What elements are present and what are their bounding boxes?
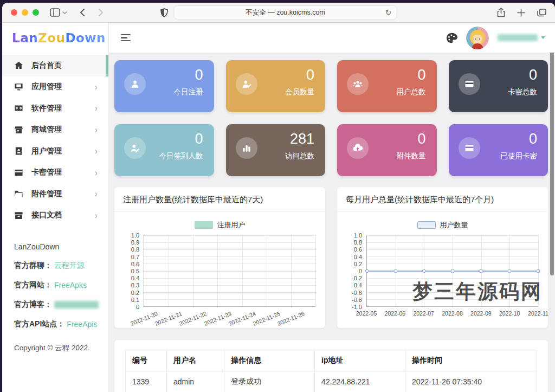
stat-label: 今日签到人数 xyxy=(159,151,203,161)
info-label: 官方群聊： xyxy=(14,261,52,271)
home-icon xyxy=(14,61,23,70)
col-header-ip: ip地址 xyxy=(315,350,405,371)
new-tab-icon[interactable] xyxy=(517,9,525,17)
fullscreen-window-button[interactable] xyxy=(33,9,39,16)
address-bar-text: 不安全 — zou.koicms.com xyxy=(246,8,325,17)
stat-value: 0 xyxy=(529,67,537,83)
chevron-right-icon: › xyxy=(95,168,96,177)
back-button-icon[interactable] xyxy=(79,8,85,17)
group-chat-link[interactable]: 云程开源 xyxy=(54,261,85,271)
minimize-window-button[interactable] xyxy=(22,9,28,16)
folder-icon xyxy=(14,189,23,198)
stat-label: 附件数量 xyxy=(397,151,426,161)
legend-swatch[interactable] xyxy=(417,221,436,229)
theme-palette-icon[interactable] xyxy=(446,32,457,44)
sidebar-info: LanZouDown 官方群聊：云程开源 官方网站：FreeApks 官方博客：… xyxy=(2,242,108,353)
cell-id: 1339 xyxy=(126,371,167,392)
chevron-right-icon: › xyxy=(95,210,96,220)
user-dropdown[interactable] xyxy=(498,34,545,41)
desktop-icon xyxy=(14,82,23,92)
sidebar: LanZouDown 后台首页 应用管理 › 软件管理 › xyxy=(2,23,109,392)
cell-ip: 42.224.88.221 xyxy=(315,371,405,392)
browser-window: 不安全 — zou.koicms.com ↻ LanZouDown xyxy=(2,3,555,392)
user-check-icon xyxy=(236,73,257,95)
sidebar-item-user-management[interactable]: 用户管理 › xyxy=(2,140,108,162)
stat-card-used-card-keys: 0 已使用卡密 xyxy=(449,124,548,176)
y-axis: 1.00.80.60.40.20-0.2-0.4-0.6-0.8-1.0 xyxy=(347,235,366,307)
info-label: 官方网站： xyxy=(14,280,52,290)
stat-value: 281 xyxy=(290,131,314,147)
chevron-right-icon: › xyxy=(95,146,96,156)
chevron-right-icon: › xyxy=(95,189,96,199)
stat-card-total-visits: 281 访问总数 xyxy=(226,124,326,176)
stat-card-member-count: 0 会员数量 xyxy=(226,60,326,112)
operation-log-table: 编号 用户名 操作信息 ip地址 操作时间 1339 admin xyxy=(125,350,537,392)
col-header-time: 操作时间 xyxy=(405,350,537,371)
share-icon[interactable] xyxy=(497,8,505,17)
cell-time: 2022-11-26 07:35:40 xyxy=(405,371,537,392)
info-label: 官方博客： xyxy=(14,300,52,310)
legend-label[interactable]: 注册用户 xyxy=(217,220,246,230)
credit-card-icon xyxy=(459,73,480,95)
col-header-operation: 操作信息 xyxy=(224,350,315,371)
cloud-upload-icon xyxy=(347,137,369,159)
sidebar-item-dashboard[interactable]: 后台首页 xyxy=(2,55,108,76)
blog-link-redacted[interactable] xyxy=(54,301,99,309)
stat-label: 访问总数 xyxy=(285,151,314,161)
legend-label[interactable]: 用户数量 xyxy=(440,220,468,230)
plot-area: 梦三年源码网 xyxy=(366,235,538,307)
stat-label: 会员数量 xyxy=(285,87,314,97)
sidebar-item-attachment-management[interactable]: 附件管理 › xyxy=(2,183,108,205)
id-card-icon xyxy=(14,146,23,156)
stat-value: 0 xyxy=(195,131,203,147)
stat-value: 0 xyxy=(306,67,314,83)
address-bar[interactable]: 不安全 — zou.koicms.com ↻ xyxy=(174,5,397,20)
username-redacted xyxy=(498,34,538,41)
users-icon xyxy=(347,73,369,95)
official-site-link[interactable]: FreeApks xyxy=(54,281,87,290)
monthly-users-chart-panel: 每月用户总量(统计数据库中最近的7个月) 用户数量 1.00.80.60.40.… xyxy=(337,187,548,328)
link-icon xyxy=(14,104,23,113)
stat-label: 今日注册 xyxy=(174,87,203,97)
avatar[interactable] xyxy=(466,27,489,49)
credit-card-icon xyxy=(459,137,480,159)
chevron-right-icon: › xyxy=(95,125,96,134)
stat-card-total-users: 0 用户总数 xyxy=(337,60,437,112)
sidebar-menu: 后台首页 应用管理 › 软件管理 › 商城管理 › xyxy=(2,55,108,226)
bar-chart-icon xyxy=(236,137,257,159)
app-logo[interactable]: LanZouDown xyxy=(2,23,108,53)
sidebar-toggle-icon[interactable] xyxy=(50,8,60,17)
chevron-down-icon[interactable] xyxy=(62,11,67,15)
page-scrollbar[interactable] xyxy=(550,25,554,275)
chevron-right-icon: › xyxy=(95,82,96,92)
stat-card-total-card-keys: 0 卡密总数 xyxy=(449,60,548,112)
close-window-button[interactable] xyxy=(11,9,17,16)
stat-value: 0 xyxy=(417,67,425,83)
sidebar-item-software-management[interactable]: 软件管理 › xyxy=(2,98,108,119)
col-header-username: 用户名 xyxy=(166,350,224,371)
sidebar-item-api-docs[interactable]: 接口文档 › xyxy=(2,205,108,227)
stat-card-today-checkins: 0 今日签到人数 xyxy=(114,124,214,176)
privacy-shield-icon[interactable] xyxy=(160,8,169,17)
stat-value: 0 xyxy=(417,131,425,147)
cell-username: admin xyxy=(166,371,224,392)
chart-title: 注册用户数量(统计数据库中最近的7天) xyxy=(114,187,325,212)
forward-button-icon[interactable] xyxy=(98,8,104,17)
copyright-text: Copyright © 云程 2022. xyxy=(14,343,108,353)
watermark-text: 梦三年源码网 xyxy=(412,278,543,305)
archive-icon xyxy=(14,211,23,220)
sidebar-item-mall-management[interactable]: 商城管理 › xyxy=(2,119,108,141)
legend-swatch[interactable] xyxy=(195,221,213,229)
tab-overview-icon[interactable] xyxy=(537,9,546,17)
x-axis: 2022-052022-062022-072022-082022-092022-… xyxy=(366,307,538,330)
user-icon xyxy=(124,73,146,95)
sidebar-item-card-key-management[interactable]: 卡密管理 › xyxy=(2,162,108,184)
app-header xyxy=(109,23,555,53)
line-chart: 用户数量 1.00.80.60.40.20-0.2-0.4-0.6-0.8-1.… xyxy=(337,221,548,330)
api-site-link[interactable]: FreeApis xyxy=(67,320,97,329)
menu-collapse-icon[interactable] xyxy=(121,34,131,42)
stat-value: 0 xyxy=(529,131,537,147)
reload-icon[interactable]: ↻ xyxy=(385,8,392,17)
table-row: 1339 admin 登录成功 42.224.88.221 2022-11-26… xyxy=(126,371,537,392)
sidebar-item-app-management[interactable]: 应用管理 › xyxy=(2,76,108,98)
